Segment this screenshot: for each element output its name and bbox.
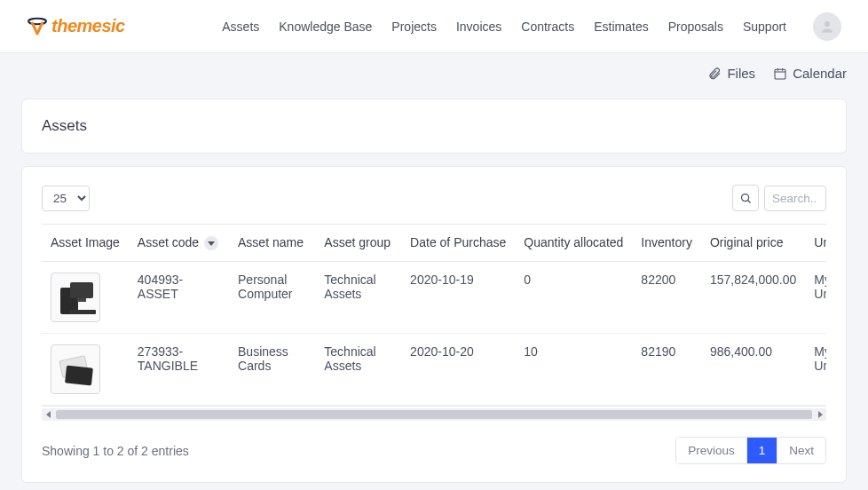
nav-proposals[interactable]: Proposals bbox=[668, 20, 723, 34]
cell-inventory: 82190 bbox=[632, 334, 701, 406]
pager-previous[interactable]: Previous bbox=[676, 438, 746, 463]
assets-table-card: 25 Asset Image Asset code bbox=[21, 166, 847, 483]
scroll-left-icon[interactable] bbox=[43, 410, 52, 419]
col-inventory[interactable]: Inventory bbox=[632, 225, 701, 262]
calendar-icon bbox=[773, 67, 787, 81]
svg-line-4 bbox=[747, 200, 750, 202]
scroll-right-icon[interactable] bbox=[816, 410, 825, 419]
cell-asset-name: Business Cards bbox=[229, 334, 315, 406]
cell-unit: My Unit bbox=[805, 262, 826, 334]
table-footer: Showing 1 to 2 of 2 entries Previous 1 N… bbox=[42, 421, 826, 464]
cell-original-price: 986,400.00 bbox=[701, 334, 805, 406]
col-original-price[interactable]: Original price bbox=[701, 225, 805, 262]
table-controls: 25 bbox=[42, 185, 826, 211]
col-unit[interactable]: Unit bbox=[805, 225, 826, 262]
col-date-of-purchase[interactable]: Date of Purchase bbox=[401, 225, 515, 262]
svg-rect-2 bbox=[775, 69, 785, 79]
calendar-label: Calendar bbox=[793, 66, 847, 81]
cell-asset-name: Personal Computer bbox=[229, 262, 315, 334]
scroll-thumb[interactable] bbox=[56, 410, 812, 419]
files-link[interactable]: Files bbox=[707, 66, 755, 81]
cell-quantity-allocated: 0 bbox=[515, 262, 632, 334]
col-asset-image[interactable]: Asset Image bbox=[42, 225, 129, 262]
cell-unit: My Unit bbox=[805, 334, 826, 406]
asset-thumbnail[interactable] bbox=[51, 273, 100, 322]
top-navbar: themesic Assets Knowledge Base Projects … bbox=[0, 0, 868, 53]
search-input[interactable] bbox=[764, 186, 826, 211]
table-scroll[interactable]: Asset Image Asset code Asset name Asset … bbox=[42, 224, 826, 407]
cell-asset-code: 404993-ASSET bbox=[129, 262, 229, 334]
pager-page-1[interactable]: 1 bbox=[746, 438, 777, 463]
brand-name: themesic bbox=[51, 16, 125, 36]
table-row[interactable]: 404993-ASSET Personal Computer Technical… bbox=[42, 262, 826, 334]
user-icon bbox=[819, 19, 835, 35]
paperclip-icon bbox=[707, 67, 722, 81]
entries-info: Showing 1 to 2 of 2 entries bbox=[42, 444, 189, 458]
nav-support[interactable]: Support bbox=[743, 20, 786, 34]
col-asset-code[interactable]: Asset code bbox=[129, 225, 229, 262]
brand-icon bbox=[27, 16, 48, 37]
search-button[interactable] bbox=[732, 185, 759, 211]
main-nav: Assets Knowledge Base Projects Invoices … bbox=[222, 12, 841, 41]
sort-desc-icon bbox=[204, 236, 218, 250]
svg-point-1 bbox=[825, 21, 830, 27]
cell-asset-image bbox=[42, 262, 129, 334]
user-avatar[interactable] bbox=[813, 12, 841, 41]
files-label: Files bbox=[727, 66, 755, 81]
cell-asset-group: Technical Assets bbox=[315, 262, 401, 334]
nav-knowledge-base[interactable]: Knowledge Base bbox=[279, 20, 372, 34]
cell-asset-group: Technical Assets bbox=[315, 334, 401, 406]
cell-date-of-purchase: 2020-10-19 bbox=[401, 262, 515, 334]
sub-toolbar: Files Calendar bbox=[0, 53, 868, 86]
horizontal-scrollbar[interactable] bbox=[42, 408, 826, 421]
col-asset-group[interactable]: Asset group bbox=[315, 225, 401, 262]
pagination: Previous 1 Next bbox=[675, 437, 826, 464]
col-asset-name[interactable]: Asset name bbox=[229, 225, 315, 262]
asset-thumbnail[interactable] bbox=[51, 344, 100, 394]
nav-projects[interactable]: Projects bbox=[391, 20, 437, 34]
calendar-link[interactable]: Calendar bbox=[773, 66, 847, 81]
cell-asset-image bbox=[42, 334, 129, 406]
svg-point-3 bbox=[741, 194, 748, 201]
search-icon bbox=[739, 192, 753, 205]
cell-original-price: 157,824,000.00 bbox=[701, 262, 805, 334]
nav-estimates[interactable]: Estimates bbox=[594, 20, 648, 34]
cell-inventory: 82200 bbox=[632, 262, 701, 334]
cell-asset-code: 273933-TANGIBLE bbox=[129, 334, 229, 406]
nav-invoices[interactable]: Invoices bbox=[456, 20, 501, 34]
cell-quantity-allocated: 10 bbox=[515, 334, 632, 406]
page-title-card: Assets bbox=[21, 99, 847, 154]
col-quantity-allocated[interactable]: Quantity allocated bbox=[515, 225, 632, 262]
pager-next[interactable]: Next bbox=[777, 438, 825, 463]
table-row[interactable]: 273933-TANGIBLE Business Cards Technical… bbox=[42, 334, 826, 406]
brand-logo[interactable]: themesic bbox=[27, 16, 125, 37]
page-length-select[interactable]: 25 bbox=[42, 186, 90, 211]
assets-table: Asset Image Asset code Asset name Asset … bbox=[42, 225, 826, 406]
nav-contracts[interactable]: Contracts bbox=[521, 20, 574, 34]
page-title: Assets bbox=[22, 99, 846, 153]
nav-assets[interactable]: Assets bbox=[222, 20, 259, 34]
cell-date-of-purchase: 2020-10-20 bbox=[401, 334, 515, 406]
